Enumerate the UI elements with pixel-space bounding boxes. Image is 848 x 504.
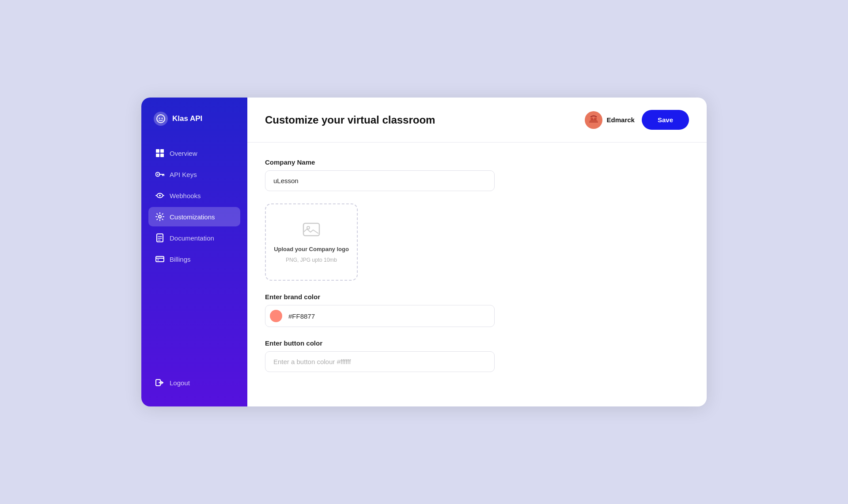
page-title: Customize your virtual classroom — [265, 114, 435, 126]
sidebar-item-label: Logout — [170, 379, 190, 387]
klas-logo-icon — [154, 112, 168, 126]
svg-point-9 — [159, 215, 161, 218]
sidebar-nav: Overview API Keys — [141, 143, 247, 373]
svg-point-0 — [157, 115, 165, 123]
brand-color-swatch — [270, 310, 282, 322]
avatar — [585, 111, 602, 129]
svg-point-1 — [159, 118, 160, 119]
sidebar-item-label: API Keys — [170, 171, 197, 178]
header: Customize your virtual classroom Edmarck… — [247, 98, 707, 143]
svg-rect-14 — [156, 256, 164, 262]
sidebar-item-overview[interactable]: Overview — [148, 143, 240, 163]
svg-point-2 — [162, 118, 163, 119]
api-keys-icon — [155, 170, 164, 179]
customizations-icon — [155, 212, 164, 221]
sidebar-item-api-keys[interactable]: API Keys — [148, 165, 240, 184]
logo-upload-area[interactable]: Upload your Company logo PNG, JPG upto 1… — [265, 203, 358, 281]
documentation-icon — [155, 233, 164, 242]
billings-icon — [155, 255, 164, 263]
user-name: Edmarck — [607, 116, 635, 124]
logo-upload-text: Upload your Company logo — [274, 246, 349, 252]
svg-point-4 — [157, 174, 159, 175]
sidebar-item-label: Overview — [170, 150, 197, 157]
button-color-label: Enter button color — [265, 339, 539, 347]
company-name-group: Company Name — [265, 158, 539, 191]
logo-upload-sub: PNG, JPG upto 10mb — [286, 257, 337, 263]
button-color-input[interactable] — [265, 351, 495, 372]
sidebar-item-logout[interactable]: Logout — [148, 373, 240, 392]
main-content: Customize your virtual classroom Edmarck… — [247, 98, 707, 406]
brand-color-input-row — [265, 305, 495, 327]
sidebar-logo[interactable]: Klas API — [141, 112, 247, 143]
brand-color-group: Enter brand color — [265, 293, 539, 327]
button-color-group: Enter button color — [265, 339, 539, 372]
svg-point-22 — [307, 226, 310, 229]
header-actions: Edmarck Save — [585, 110, 689, 130]
sidebar-item-billings[interactable]: Billings — [148, 249, 240, 269]
brand-color-swatch-button[interactable] — [265, 305, 287, 327]
sidebar-item-label: Billings — [170, 256, 191, 263]
webhooks-icon — [155, 191, 164, 200]
sidebar-item-label: Documentation — [170, 234, 214, 242]
sidebar-item-label: Webhooks — [170, 192, 201, 199]
sidebar-logo-text: Klas API — [172, 114, 202, 123]
logout-icon — [155, 378, 164, 387]
svg-rect-16 — [157, 260, 159, 260]
image-upload-icon — [303, 222, 320, 241]
brand-color-input[interactable] — [287, 306, 494, 326]
header-user[interactable]: Edmarck — [585, 111, 635, 129]
logo-upload-group: Upload your Company logo PNG, JPG upto 1… — [265, 203, 539, 281]
sidebar-item-documentation[interactable]: Documentation — [148, 228, 240, 248]
svg-point-8 — [159, 195, 161, 196]
sidebar-item-webhooks[interactable]: Webhooks — [148, 186, 240, 205]
sidebar-item-customizations[interactable]: Customizations — [148, 207, 240, 226]
svg-rect-10 — [157, 234, 163, 242]
company-name-label: Company Name — [265, 158, 539, 166]
overview-icon — [155, 149, 164, 158]
sidebar-footer: Logout — [141, 373, 247, 392]
sidebar: Klas API Overview — [141, 98, 247, 406]
company-name-input[interactable] — [265, 170, 495, 191]
save-button[interactable]: Save — [642, 110, 689, 130]
sidebar-item-label: Customizations — [170, 213, 215, 221]
form-area: Company Name Upload your Company logo PN… — [247, 143, 556, 400]
brand-color-label: Enter brand color — [265, 293, 539, 301]
